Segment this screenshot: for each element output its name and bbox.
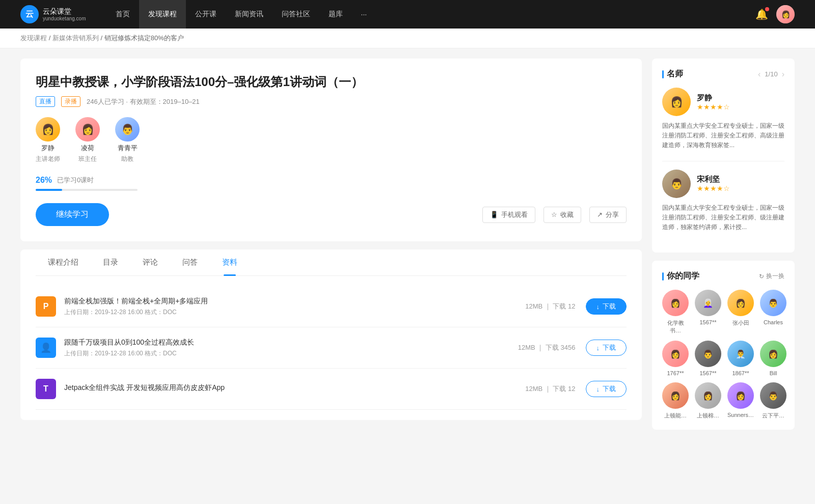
progress-bar: [36, 189, 138, 191]
resource-stats-2: 12MB ｜ 下载 3456: [518, 343, 576, 352]
teachers-panel-header: 名师 ‹ 1/10 ›: [662, 69, 784, 79]
nav-items: 首页 发现课程 公开课 新闻资讯 问答社区 题库 ···: [106, 0, 755, 29]
teachers-panel-title: 名师: [662, 69, 683, 79]
tabs: 课程介绍 目录 评论 问答 资料: [36, 249, 627, 276]
resource-item: P 前端全栈加强版！前端全栈+全周期+多端应用 上传日期：2019-12-28 …: [36, 286, 627, 327]
tabs-section: 课程介绍 目录 评论 问答 资料 P 前端全栈加强版！前端全栈+全周期+多端应用…: [20, 249, 642, 420]
resource-list: P 前端全栈加强版！前端全栈+全周期+多端应用 上传日期：2019-12-28 …: [36, 276, 627, 420]
classmate-12: 👨 云下平…: [760, 382, 786, 419]
classmate-3: 👩 张小田: [727, 290, 754, 334]
nav-item-exam[interactable]: 题库: [319, 0, 352, 29]
classmate-9-avatar[interactable]: 👩: [662, 382, 689, 409]
resource-name-3: Jetpack全组件实战 开发短视频应用高仿皮皮虾App: [64, 383, 525, 393]
teacher-1: 👩 罗静 主讲老师: [36, 117, 60, 163]
classmate-8-avatar[interactable]: 👩: [760, 341, 786, 367]
main-left: 明星中教授课，小学阶段语法100分–强化级第1讲动词（一） 直播 录播 246人…: [20, 59, 642, 438]
classmates-panel-title: 你的同学: [662, 271, 699, 282]
logo[interactable]: 云 云朵课堂 yunduoketang.com: [20, 5, 86, 23]
tab-intro[interactable]: 课程介绍: [36, 249, 91, 275]
teacher-card-2-name: 宋利坚: [697, 175, 730, 184]
resource-info-1: 前端全栈加强版！前端全栈+全周期+多端应用 上传日期：2019-12-28 16…: [64, 297, 525, 317]
classmate-5: 👩 1767**: [662, 341, 689, 376]
nav-item-more[interactable]: ···: [352, 0, 376, 29]
resource-icon-1: P: [36, 296, 56, 317]
logo-sub: yunduoketang.com: [43, 16, 86, 21]
classmate-5-name: 1767**: [667, 370, 684, 376]
breadcrumb-current: 销冠修炼术搞定80%的客户: [104, 34, 184, 42]
classmates-panel-header: 你的同学 ↻ 换一换: [662, 271, 784, 282]
resource-meta-1: 上传日期：2019-12-28 16:00 格式：DOC: [64, 308, 525, 317]
resource-name-2: 跟随千万级项目从0到100全过程高效成长: [64, 338, 518, 347]
teacher-1-name: 罗静: [41, 144, 55, 153]
classmate-10-name: 上顿棉…: [697, 412, 719, 419]
progress-desc: 已学习0课时: [57, 176, 94, 185]
classmate-6-avatar[interactable]: 👨: [695, 341, 721, 367]
classmate-4-avatar[interactable]: 👨: [760, 290, 786, 316]
teacher-2-name: 凌荷: [81, 144, 94, 153]
download-button-2[interactable]: ↓ 下载: [586, 340, 627, 356]
classmates-refresh-button[interactable]: ↻ 换一换: [759, 272, 784, 281]
tab-resource[interactable]: 资料: [210, 249, 250, 275]
mobile-watch-button[interactable]: 📱 手机观看: [482, 207, 535, 223]
action-buttons: 📱 手机观看 ☆ 收藏 ↗ 分享: [482, 207, 627, 223]
classmate-11-avatar[interactable]: 👩: [727, 382, 754, 409]
user-avatar[interactable]: 👩: [776, 5, 795, 23]
teacher-3-name: 青青平: [118, 144, 138, 153]
teacher-card-1-name: 罗静: [697, 93, 730, 103]
teacher-card-1-stars: ★★★★☆: [697, 103, 730, 111]
classmate-5-avatar[interactable]: 👩: [662, 341, 689, 367]
breadcrumb-link-1[interactable]: 发现课程: [20, 34, 47, 42]
teacher-2-role: 班主任: [78, 155, 97, 163]
classmate-10: 👩 上顿棉…: [695, 382, 721, 419]
tab-qa[interactable]: 问答: [170, 249, 210, 275]
divider-1: [662, 161, 784, 161]
tab-catalog[interactable]: 目录: [91, 249, 130, 275]
classmate-2-avatar[interactable]: 👩‍🦳: [695, 290, 721, 316]
download-button-1[interactable]: ↓ 下载: [586, 298, 627, 315]
course-actions: 继续学习 📱 手机观看 ☆ 收藏 ↗ 分享: [36, 203, 627, 226]
nav-item-discover[interactable]: 发现课程: [139, 0, 186, 29]
continue-button[interactable]: 继续学习: [36, 203, 109, 226]
resource-stats-3: 12MB ｜ 下载 12: [525, 384, 575, 394]
teacher-1-role: 主讲老师: [36, 155, 60, 163]
collect-button[interactable]: ☆ 收藏: [544, 207, 581, 223]
tag-live: 直播: [36, 96, 55, 107]
star-icon: ☆: [551, 211, 557, 218]
teachers-prev-button[interactable]: ‹: [758, 70, 760, 79]
classmate-12-avatar[interactable]: 👨: [760, 382, 786, 409]
download-icon-3: ↓: [596, 385, 600, 393]
classmate-6: 👨 1567**: [695, 341, 721, 376]
classmate-10-avatar[interactable]: 👩: [695, 382, 721, 409]
nav-item-qa[interactable]: 问答社区: [273, 0, 319, 29]
classmate-1-avatar[interactable]: 👩: [662, 290, 689, 316]
classmate-1-name: 化学教书…: [662, 319, 689, 334]
right-panel: 名师 ‹ 1/10 › 👩 罗静 ★★★★☆: [652, 59, 795, 438]
classmate-11: 👩 Sunners…: [727, 382, 754, 419]
teacher-3: 👨 青青平 助教: [115, 117, 140, 163]
nav-item-open[interactable]: 公开课: [186, 0, 226, 29]
classmate-7-name: 1867**: [732, 370, 749, 376]
resource-info-3: Jetpack全组件实战 开发短视频应用高仿皮皮虾App: [64, 383, 525, 395]
classmate-7-avatar[interactable]: 👨‍💼: [727, 341, 754, 367]
mobile-icon: 📱: [490, 211, 498, 218]
bell-icon[interactable]: 🔔: [755, 8, 768, 20]
breadcrumb-link-2[interactable]: 新媒体营销系列: [52, 34, 99, 42]
nav-item-news[interactable]: 新闻资讯: [226, 0, 273, 29]
teachers-row: 👩 罗静 主讲老师 👩 凌荷 班主任 👨 青青平: [36, 117, 627, 163]
nav-right: 🔔 👩: [755, 5, 795, 23]
resource-item: T Jetpack全组件实战 开发短视频应用高仿皮皮虾App 12MB ｜ 下载…: [36, 369, 627, 410]
teacher-card-2-desc: 国内某重点大学安全工程专业硕士，国家一级注册消防工程师、注册安全工程师、级注册建…: [662, 203, 784, 233]
tab-review[interactable]: 评论: [130, 249, 170, 275]
teachers-next-button[interactable]: ›: [782, 70, 784, 79]
nav-item-home[interactable]: 首页: [106, 0, 139, 29]
refresh-icon: ↻: [759, 273, 764, 280]
classmate-8-name: Bill: [770, 370, 777, 376]
progress-fill: [36, 189, 62, 191]
logo-icon: 云: [20, 5, 39, 23]
course-title: 明星中教授课，小学阶段语法100分–强化级第1讲动词（一）: [36, 74, 627, 90]
classmate-3-avatar[interactable]: 👩: [727, 290, 754, 316]
download-button-3[interactable]: ↓ 下载: [586, 381, 627, 397]
share-button[interactable]: ↗ 分享: [589, 207, 627, 223]
classmates-grid: 👩 化学教书… 👩‍🦳 1567** 👩 张小田 👨 Charles 👩: [662, 290, 784, 419]
tag-record: 录播: [61, 96, 80, 107]
